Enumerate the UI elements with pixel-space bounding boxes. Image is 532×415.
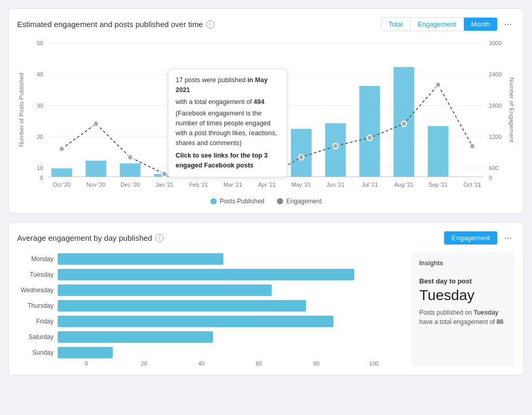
top-chart-info-icon[interactable]: i bbox=[206, 20, 215, 29]
hbar-fill-friday bbox=[58, 316, 334, 327]
svg-rect-20 bbox=[120, 163, 141, 177]
bottom-chart-info-icon[interactable]: i bbox=[155, 234, 164, 242]
engagement-filter-button[interactable]: Engagement bbox=[444, 231, 498, 245]
svg-text:Jun '21: Jun '21 bbox=[326, 181, 344, 188]
svg-text:50: 50 bbox=[37, 40, 43, 46]
svg-text:Jan '21: Jan '21 bbox=[155, 181, 174, 188]
total-button[interactable]: Total bbox=[381, 18, 410, 31]
legend-engagement-label: Engagement bbox=[286, 198, 322, 205]
top-chart-title-group: Estimated engagement and posts published… bbox=[17, 20, 215, 29]
hbar-fill-thursday bbox=[58, 300, 306, 312]
svg-point-31 bbox=[162, 171, 167, 177]
hbar-label-friday: Friday bbox=[17, 318, 54, 325]
svg-text:Jul '21: Jul '21 bbox=[362, 181, 378, 188]
svg-point-32 bbox=[299, 154, 304, 160]
svg-text:Mar '21: Mar '21 bbox=[223, 181, 242, 188]
svg-text:600: 600 bbox=[489, 165, 498, 171]
tooltip-line1: 17 posts were published in May 2021 bbox=[176, 75, 280, 95]
svg-text:Nov '20: Nov '20 bbox=[86, 181, 105, 188]
svg-point-28 bbox=[59, 146, 64, 152]
bottom-chart-title-group: Average engagement by day published i bbox=[17, 234, 164, 242]
svg-text:10: 10 bbox=[37, 165, 43, 171]
svg-point-35 bbox=[401, 121, 406, 127]
hbar-fill-wednesday bbox=[58, 284, 272, 296]
svg-point-37 bbox=[470, 144, 475, 149]
svg-rect-27 bbox=[428, 126, 448, 177]
hbar-row-wednesday: Wednesday bbox=[17, 284, 403, 296]
tooltip-line3: (Facebook engagement is the number of ti… bbox=[176, 109, 280, 148]
hbar-fill-tuesday bbox=[58, 269, 354, 280]
hbar-track-thursday bbox=[58, 300, 403, 312]
hbar-container: Monday Tuesday Wednesday bbox=[17, 251, 403, 358]
bottom-chart-controls: Engagement ··· bbox=[444, 231, 515, 245]
svg-text:Number of Posts Published: Number of Posts Published bbox=[18, 73, 24, 147]
hbar-label-thursday: Thursday bbox=[17, 302, 54, 309]
hbar-row-monday: Monday bbox=[17, 253, 403, 265]
svg-text:40: 40 bbox=[37, 71, 43, 77]
bottom-chart-more-button[interactable]: ··· bbox=[501, 231, 515, 244]
best-day-desc: Posts published on Tuesday have a total … bbox=[419, 308, 507, 327]
tooltip-line2: with a total engagement of 494 bbox=[176, 97, 280, 107]
hbar-label-saturday: Saturday bbox=[17, 333, 54, 341]
x-label-80: 80 bbox=[288, 360, 345, 367]
svg-text:2400: 2400 bbox=[489, 71, 501, 77]
svg-text:0: 0 bbox=[40, 175, 43, 181]
svg-point-29 bbox=[94, 121, 99, 127]
hbar-label-wednesday: Wednesday bbox=[17, 287, 54, 294]
top-chart-card: Estimated engagement and posts published… bbox=[8, 8, 524, 214]
svg-text:30: 30 bbox=[37, 102, 43, 109]
legend-posts-dot bbox=[210, 198, 217, 204]
svg-text:Aug '21: Aug '21 bbox=[394, 181, 414, 188]
top-chart-area: 50 40 30 20 10 0 3000 2400 1800 1200 600… bbox=[17, 37, 515, 193]
svg-text:0: 0 bbox=[489, 175, 492, 181]
hbar-row-sunday: Sunday bbox=[17, 347, 403, 358]
legend-engagement-dot bbox=[277, 198, 283, 204]
hbar-label-sunday: Sunday bbox=[17, 349, 54, 356]
hbar-fill-sunday bbox=[58, 347, 113, 358]
svg-rect-25 bbox=[360, 86, 380, 177]
bottom-section: Monday Tuesday Wednesday bbox=[17, 251, 515, 367]
svg-text:Number of Engagement: Number of Engagement bbox=[509, 77, 515, 143]
best-day-label: Best day to post bbox=[419, 277, 507, 285]
top-chart-more-button[interactable]: ··· bbox=[501, 18, 515, 31]
hbar-track-saturday bbox=[58, 331, 403, 343]
best-day-value: Tuesday bbox=[419, 287, 507, 304]
svg-point-34 bbox=[367, 135, 373, 141]
bottom-chart-title: Average engagement by day published bbox=[17, 234, 152, 242]
tooltip-cta[interactable]: Click to see links for the top 3 engaged… bbox=[176, 151, 280, 171]
svg-text:Oct '20: Oct '20 bbox=[53, 181, 71, 188]
engagement-button[interactable]: Engagement bbox=[410, 18, 464, 31]
svg-text:3000: 3000 bbox=[489, 40, 501, 46]
hbar-row-thursday: Thursday bbox=[17, 300, 403, 312]
month-button[interactable]: Month bbox=[464, 18, 497, 31]
legend-engagement: Engagement bbox=[277, 198, 322, 205]
hbar-row-tuesday: Tuesday bbox=[17, 269, 403, 280]
hbar-track-monday bbox=[58, 253, 403, 265]
legend-posts-label: Posts Published bbox=[220, 198, 264, 205]
x-label-100: 100 bbox=[345, 360, 403, 367]
svg-text:May '21: May '21 bbox=[291, 181, 311, 188]
top-chart-btn-group: Total Engagement Month bbox=[381, 17, 498, 31]
svg-rect-23 bbox=[291, 129, 312, 177]
hbar-row-friday: Friday bbox=[17, 316, 403, 327]
x-label-20: 20 bbox=[115, 360, 173, 367]
svg-rect-18 bbox=[51, 168, 72, 177]
svg-text:20: 20 bbox=[37, 134, 43, 140]
hbar-fill-saturday bbox=[58, 331, 213, 343]
x-label-60: 60 bbox=[230, 360, 288, 367]
hbar-label-monday: Monday bbox=[17, 255, 54, 263]
legend-posts: Posts Published bbox=[210, 198, 264, 205]
svg-text:Oct '21: Oct '21 bbox=[463, 181, 481, 188]
svg-point-36 bbox=[435, 82, 441, 88]
svg-point-30 bbox=[128, 154, 133, 160]
hbar-track-sunday bbox=[58, 347, 403, 358]
hbar-track-tuesday bbox=[58, 269, 403, 280]
svg-rect-24 bbox=[325, 123, 346, 177]
hbar-fill-monday bbox=[58, 253, 223, 265]
svg-text:1800: 1800 bbox=[489, 102, 501, 109]
hbar-track-friday bbox=[58, 316, 403, 327]
top-chart-header: Estimated engagement and posts published… bbox=[17, 17, 515, 31]
x-label-40: 40 bbox=[172, 360, 230, 367]
chart1-legend: Posts Published Engagement bbox=[17, 198, 515, 205]
insights-card: Insights Best day to post Tuesday Posts … bbox=[411, 251, 515, 367]
